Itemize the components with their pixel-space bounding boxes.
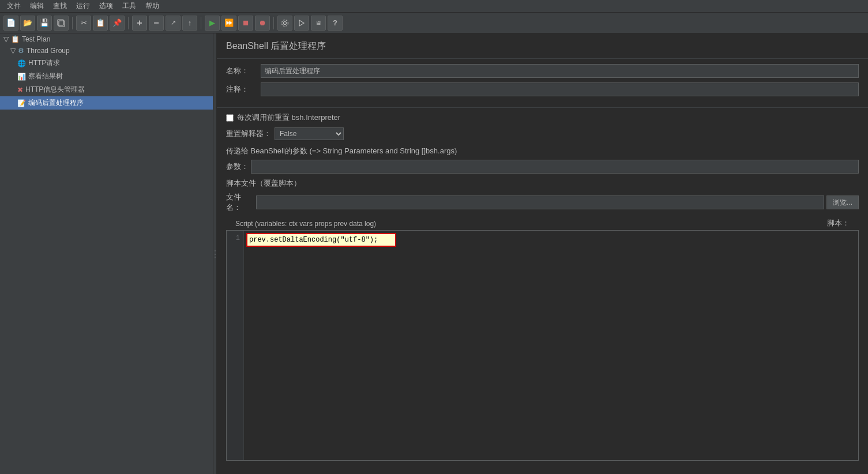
- script-note-label: 脚本：: [827, 218, 850, 228]
- main-layout: ▽ 📋 Test Plan ▽ ⚙ Thread Group 🌐 HTTP请求 …: [0, 33, 868, 474]
- comment-label: 注释：: [226, 84, 261, 95]
- help-button[interactable]: ?: [328, 16, 343, 31]
- code-highlight-1[interactable]: prev.setDaltaEncoding("utf-8");: [246, 233, 396, 247]
- sidebar-item-testplan[interactable]: ▽ 📋 Test Plan: [0, 33, 213, 45]
- line-number-1: 1: [230, 233, 240, 243]
- sep3: [201, 17, 201, 29]
- saveall-button[interactable]: [54, 16, 69, 31]
- panel-title: BeanShell 后置处理程序: [217, 33, 868, 59]
- name-label: 名称：: [226, 66, 261, 76]
- save-button[interactable]: 💾: [37, 16, 52, 31]
- reset-select-wrapper: False True: [275, 127, 344, 140]
- menu-find[interactable]: 查找: [48, 0, 72, 12]
- test-button[interactable]: [294, 16, 309, 31]
- menu-edit[interactable]: 编辑: [25, 0, 48, 12]
- viewresults-label: 察看结果树: [28, 72, 63, 81]
- code-area[interactable]: prev.setDaltaEncoding("utf-8");: [244, 231, 858, 460]
- runall-button[interactable]: ⏩: [221, 16, 236, 31]
- threadgroup-arrow-icon: ▽: [10, 47, 16, 55]
- httpheader-icon: ✖: [17, 86, 23, 94]
- script-vars-label: Script (variables: ctx vars props prev d…: [226, 217, 385, 229]
- menu-options[interactable]: 选项: [95, 0, 118, 12]
- script-file-label: 脚本文件（覆盖脚本）: [226, 179, 301, 187]
- remove-button[interactable]: −: [149, 16, 164, 31]
- sep4: [273, 17, 274, 29]
- sidebar-item-threadgroup[interactable]: ▽ ⚙ Thread Group: [0, 45, 213, 57]
- arrow-button[interactable]: ↗: [166, 16, 181, 31]
- file-row: 文件名： 浏览...: [217, 191, 868, 216]
- params-input[interactable]: [251, 160, 859, 174]
- script-area-wrapper: 1 prev.setDaltaEncoding("utf-8");: [217, 230, 868, 465]
- encodepost-icon: 📝: [17, 99, 26, 107]
- name-row: 名称：: [226, 63, 859, 78]
- testplan-label: Test Plan: [22, 35, 50, 43]
- script-header-row: Script (variables: ctx vars props prev d…: [217, 216, 868, 230]
- testplan-icon: ▽: [3, 35, 9, 43]
- sidebar-item-viewresults[interactable]: 📊 察看结果树: [0, 70, 213, 83]
- httpheader-label: HTTP信息头管理器: [25, 85, 85, 95]
- httprequest-label: HTTP请求: [28, 58, 60, 68]
- menu-run[interactable]: 运行: [72, 0, 95, 12]
- sidebar-item-httprequest[interactable]: 🌐 HTTP请求: [0, 57, 213, 70]
- browse-button[interactable]: 浏览...: [826, 195, 859, 209]
- every-call-label: 每次调用前重置 bsh.Interpreter: [237, 112, 340, 123]
- httprequest-icon: 🌐: [17, 59, 26, 67]
- config-button[interactable]: [277, 16, 292, 31]
- paste-button[interactable]: 📌: [110, 16, 125, 31]
- every-call-row: 每次调用前重置 bsh.Interpreter: [217, 110, 868, 125]
- file-input[interactable]: [256, 195, 824, 209]
- sep1: [72, 17, 73, 29]
- sidebar-item-encodepost[interactable]: 📝 编码后置处理程序: [0, 96, 213, 110]
- sidebar-item-httpheader[interactable]: ✖ HTTP信息头管理器: [0, 83, 213, 96]
- testplan-folder-icon: 📋: [11, 35, 20, 43]
- stop-button[interactable]: ⏹: [238, 16, 253, 31]
- params-row: 参数：: [217, 159, 868, 177]
- menu-file[interactable]: 文件: [2, 0, 25, 12]
- comment-row: 注释：: [226, 82, 859, 97]
- reset-label: 重置解释器：: [226, 129, 271, 139]
- arrowup-button[interactable]: ↑: [182, 16, 197, 31]
- threadgroup-label: Thread Group: [27, 47, 70, 55]
- comment-input[interactable]: [261, 82, 859, 96]
- name-input[interactable]: [261, 64, 859, 78]
- cut-button[interactable]: ✂: [76, 16, 91, 31]
- add-button[interactable]: +: [132, 16, 147, 31]
- svg-marker-4: [299, 20, 304, 26]
- params-label: 参数：: [226, 161, 249, 172]
- threadgroup-icon: ⚙: [18, 47, 24, 55]
- file-name-label: 文件名：: [226, 192, 254, 213]
- line-numbers: 1: [227, 231, 244, 460]
- sidebar: ▽ 📋 Test Plan ▽ ⚙ Thread Group 🌐 HTTP请求 …: [0, 33, 213, 474]
- viewresults-icon: 📊: [17, 73, 26, 81]
- svg-point-3: [282, 20, 288, 26]
- right-panel: BeanShell 后置处理程序 名称： 注释： 每次调用前重置 bsh.Int…: [217, 33, 868, 474]
- code-line-1: prev.setDaltaEncoding("utf-8");: [244, 233, 858, 247]
- svg-point-2: [284, 21, 287, 24]
- script-file-section-label: 脚本文件（覆盖脚本）: [217, 177, 868, 191]
- every-call-checkbox[interactable]: [226, 114, 234, 122]
- run-button[interactable]: ▶: [205, 16, 220, 31]
- menu-tools[interactable]: 工具: [118, 0, 141, 12]
- name-section: 名称： 注释：: [217, 59, 868, 105]
- new-button[interactable]: 📄: [3, 16, 18, 31]
- stopall-button[interactable]: ⏺: [255, 16, 270, 31]
- sep2: [128, 17, 129, 29]
- open-button[interactable]: 📂: [20, 16, 35, 31]
- reset-select[interactable]: False True: [275, 127, 344, 140]
- copy-button[interactable]: 📋: [93, 16, 108, 31]
- menubar: 文件 编辑 查找 运行 选项 工具 帮助: [0, 0, 868, 13]
- script-container: 1 prev.setDaltaEncoding("utf-8");: [226, 230, 859, 461]
- menu-help[interactable]: 帮助: [141, 0, 164, 12]
- toolbar: 📄 📂 💾 ✂ 📋 📌 + − ↗ ↑ ▶ ⏩ ⏹ ⏺ 🖥 ?: [0, 13, 868, 33]
- divider1: [217, 107, 868, 108]
- remote-button[interactable]: 🖥: [311, 16, 326, 31]
- pass-params-row: 传递给 BeanShell的参数 (=> String Parameters a…: [217, 145, 868, 159]
- pass-params-label: 传递给 BeanShell的参数 (=> String Parameters a…: [226, 146, 457, 155]
- encodepost-label: 编码后置处理程序: [28, 98, 84, 108]
- reset-row: 重置解释器： False True: [217, 125, 868, 142]
